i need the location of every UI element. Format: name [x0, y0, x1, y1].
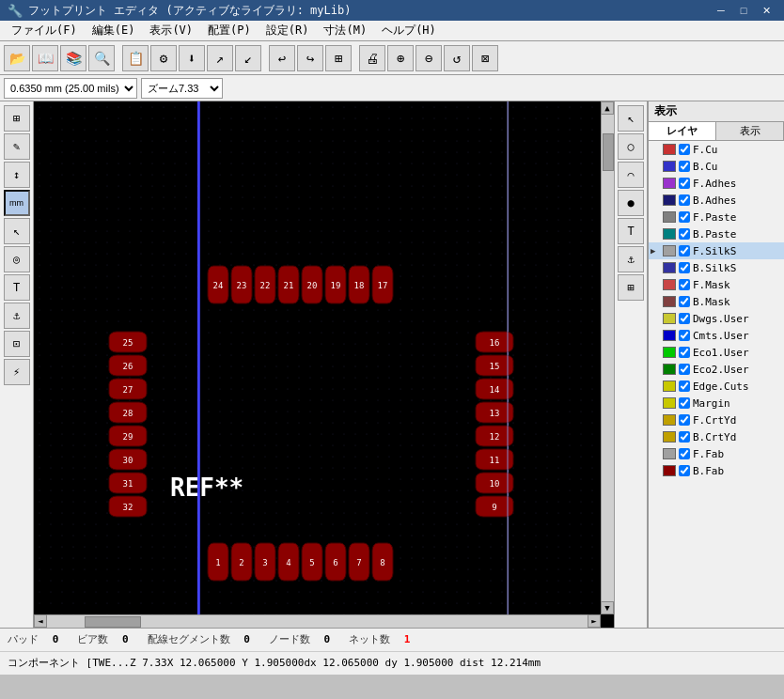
layer-tab-表示[interactable]: 表示 [716, 122, 784, 140]
search-button[interactable]: 🔍 [88, 45, 115, 71]
grid-button[interactable]: ⊞ [325, 45, 352, 71]
right-scrollbar[interactable] [601, 115, 614, 601]
pad-19[interactable]: 19 [325, 266, 346, 303]
layer-checkbox-F.Adhes[interactable] [679, 178, 690, 189]
scroll-left-button[interactable]: ◄ [34, 614, 47, 628]
measure-button[interactable]: ↕ [4, 162, 30, 188]
layer-checkbox-Margin[interactable] [679, 397, 690, 409]
layer-row-F.Fab[interactable]: F.Fab [649, 445, 784, 462]
pad-22[interactable]: 22 [255, 266, 275, 303]
layer-checkbox-B.Mask[interactable] [679, 296, 690, 307]
layer-row-Eco2.User[interactable]: Eco2.User [649, 361, 784, 378]
layer-checkbox-B.Paste[interactable] [679, 228, 690, 240]
footprint-button[interactable]: ⚙ [150, 45, 177, 71]
menu-item-寸法(M)[interactable]: 寸法(M) [316, 21, 374, 41]
layer-checkbox-Eco2.User[interactable] [679, 364, 690, 375]
pad-5[interactable]: 5 [302, 543, 322, 581]
anchor-rt-button[interactable]: ⚓ [618, 246, 644, 272]
pad-1[interactable]: 1 [208, 543, 228, 581]
grid-rt-button[interactable]: ⊞ [618, 274, 644, 301]
layer-checkbox-F.Fab[interactable] [679, 448, 690, 459]
zoom-in-button[interactable]: ⊕ [387, 45, 414, 71]
oval-rt-button[interactable]: ● [618, 190, 644, 216]
download-button[interactable]: ⬇ [179, 45, 205, 71]
edit-button[interactable]: ✎ [4, 133, 30, 160]
layer-row-F.CrtYd[interactable]: F.CrtYd [649, 412, 784, 428]
pad-24[interactable]: 24 [208, 266, 228, 303]
layer-tab-レイヤ[interactable]: レイヤ [649, 122, 716, 140]
text-button[interactable]: T [4, 274, 30, 301]
minimize-button[interactable]: ─ [711, 2, 731, 19]
lib2-button[interactable]: 📚 [60, 45, 86, 71]
close-button[interactable]: ✕ [756, 2, 776, 19]
zoom-selector[interactable]: ズーム7.33ズーム5.00ズーム10.00 [141, 78, 223, 99]
layer-row-Dwgs.User[interactable]: Dwgs.User [649, 310, 784, 327]
layer-checkbox-Cmts.User[interactable] [679, 330, 690, 341]
pad-32[interactable]: 32 [109, 496, 147, 517]
layer-checkbox-B.Cu[interactable] [679, 161, 690, 172]
layer-checkbox-B.Adhes[interactable] [679, 194, 690, 206]
right-scrollbar-thumb[interactable] [603, 133, 614, 171]
print-button[interactable]: 🖨 [359, 45, 385, 71]
menu-item-配置(P)[interactable]: 配置(P) [200, 21, 259, 41]
pad-4[interactable]: 4 [278, 543, 299, 581]
select-rt-button[interactable]: ↖ [618, 105, 644, 132]
menu-item-編集(E)[interactable]: 編集(E) [85, 21, 143, 41]
pad-25[interactable]: 25 [109, 332, 147, 352]
layer-row-B.SilkS[interactable]: B.SilkS [649, 259, 784, 276]
import-button[interactable]: ↙ [235, 45, 261, 71]
layer-checkbox-F.CrtYd[interactable] [679, 414, 690, 426]
pad-23[interactable]: 23 [231, 266, 252, 303]
route-button[interactable]: ⚡ [4, 359, 30, 385]
pad-31[interactable]: 31 [109, 473, 147, 493]
pad-29[interactable]: 29 [109, 426, 147, 446]
copy-button[interactable]: 📋 [122, 45, 149, 71]
layer-row-Margin[interactable]: Margin [649, 395, 784, 412]
refresh-button[interactable]: ↺ [444, 45, 470, 71]
pad-3[interactable]: 3 [255, 543, 275, 581]
layer-row-F.SilkS[interactable]: ▶F.SilkS [649, 242, 784, 259]
pad-28[interactable]: 28 [109, 402, 147, 423]
layer-checkbox-B.Fab[interactable] [679, 465, 690, 476]
mm-unit-button[interactable]: mm [4, 190, 30, 216]
anchor-button[interactable]: ⚓ [4, 303, 30, 329]
pad-8[interactable]: 8 [372, 543, 393, 581]
pad-button[interactable]: ◎ [4, 246, 30, 272]
layer-row-B.CrtYd[interactable]: B.CrtYd [649, 428, 784, 445]
pad-7[interactable]: 7 [349, 543, 369, 581]
layer-checkbox-F.Paste[interactable] [679, 211, 690, 223]
menu-item-ヘルプ(H)[interactable]: ヘルプ(H) [374, 21, 444, 41]
pcb-canvas[interactable]: 2423222120191817123456782526272829303132… [34, 101, 601, 614]
layer-row-B.Paste[interactable]: B.Paste [649, 225, 784, 242]
bottom-scrollbar-thumb[interactable] [85, 616, 141, 628]
layer-row-B.Adhes[interactable]: B.Adhes [649, 192, 784, 209]
layer-row-F.Cu[interactable]: F.Cu [649, 141, 784, 158]
open-button[interactable]: 📂 [4, 45, 30, 71]
layer-checkbox-Dwgs.User[interactable] [679, 313, 690, 324]
layer-row-Edge.Cuts[interactable]: Edge.Cuts [649, 378, 784, 395]
select-button[interactable]: ↖ [4, 218, 30, 244]
scroll-down-button[interactable]: ▼ [601, 601, 614, 614]
pad-21[interactable]: 21 [278, 266, 299, 303]
layer-row-F.Paste[interactable]: F.Paste [649, 209, 784, 225]
grid-toggle-button[interactable]: ⊞ [4, 105, 30, 132]
zoom-out-button[interactable]: ⊖ [416, 45, 442, 71]
export-button[interactable]: ↗ [207, 45, 233, 71]
pad-2[interactable]: 2 [231, 543, 252, 581]
pad-20[interactable]: 20 [302, 266, 322, 303]
text-rt-button[interactable]: T [618, 218, 644, 244]
undo-button[interactable]: ↩ [269, 45, 295, 71]
pad-18[interactable]: 18 [349, 266, 369, 303]
layer-row-B.Mask[interactable]: B.Mask [649, 293, 784, 310]
menu-item-表示(V)[interactable]: 表示(V) [142, 21, 200, 41]
pad-17[interactable]: 17 [372, 266, 393, 303]
layer-checkbox-F.Cu[interactable] [679, 144, 690, 155]
library-button[interactable]: 📖 [32, 45, 58, 71]
menu-item-ファイル(F)[interactable]: ファイル(F) [4, 21, 85, 41]
redo-button[interactable]: ↪ [297, 45, 323, 71]
layer-checkbox-F.SilkS[interactable] [679, 245, 690, 256]
layer-checkbox-B.SilkS[interactable] [679, 262, 690, 273]
layer-row-B.Cu[interactable]: B.Cu [649, 158, 784, 175]
layer-row-Eco1.User[interactable]: Eco1.User [649, 344, 784, 361]
layer-row-F.Adhes[interactable]: F.Adhes [649, 175, 784, 192]
